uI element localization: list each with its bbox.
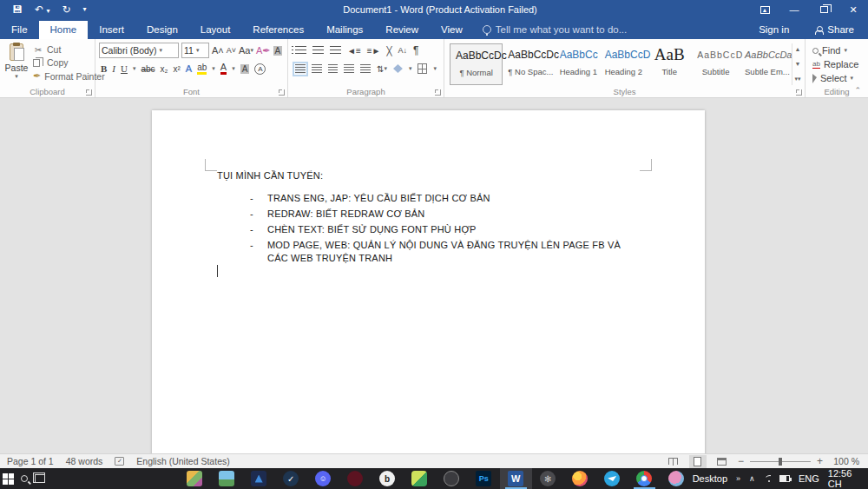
battery-icon[interactable]	[779, 475, 790, 482]
paste-dropdown-icon[interactable]: ▾	[2, 73, 31, 80]
document-page[interactable]: TỤI MÌNH CẦN TUYỂN: -TRANS ENG, JAP: YÊU…	[152, 110, 705, 453]
find-button[interactable]: Find▾	[812, 45, 866, 56]
italic-button[interactable]: I	[112, 63, 115, 74]
zoom-slider[interactable]	[750, 461, 811, 462]
highlight-color-button[interactable]: ab	[197, 63, 207, 75]
borders-dropdown-icon[interactable]: ▾	[433, 65, 437, 72]
start-button[interactable]	[0, 468, 16, 489]
taskbar-chrome[interactable]	[628, 468, 661, 489]
taskbar-blue-media-app[interactable]	[243, 468, 275, 489]
increase-indent-icon[interactable]: ≡►	[367, 46, 381, 56]
share-button[interactable]: Share	[801, 24, 868, 39]
underline-button[interactable]: U	[121, 63, 128, 74]
subscript-button[interactable]: x₂	[161, 64, 168, 74]
font-color-dropdown-icon[interactable]: ▾	[232, 65, 235, 72]
tab-design[interactable]: Design	[135, 21, 189, 39]
tab-review[interactable]: Review	[374, 21, 430, 39]
styles-scroll-up-icon[interactable]: ▲	[792, 46, 803, 52]
close-icon[interactable]: ✕︎	[838, 0, 868, 19]
align-left-icon[interactable]	[295, 64, 306, 74]
tab-file[interactable]: File	[0, 21, 39, 39]
select-button[interactable]: Select▾	[812, 73, 866, 83]
tab-view[interactable]: View	[430, 21, 474, 39]
zoom-in-button[interactable]: +	[817, 455, 823, 467]
taskbar-photoshop[interactable]: Ps	[468, 468, 500, 489]
borders-icon[interactable]	[418, 63, 427, 74]
superscript-button[interactable]: x²	[174, 64, 181, 74]
cut-button[interactable]: ✂︎Cut	[33, 44, 93, 55]
customize-qat-icon[interactable]: ▾	[82, 6, 86, 13]
styles-scroll-down-icon[interactable]: ▼	[792, 61, 803, 67]
document-text[interactable]: TỤI MÌNH CẦN TUYỂN: -TRANS ENG, JAP: YÊU…	[217, 170, 642, 268]
web-layout-button[interactable]	[713, 455, 731, 468]
sort-icon[interactable]: A↓	[398, 46, 408, 55]
taskbar-photos-app[interactable]	[179, 468, 211, 489]
collapse-ribbon-icon[interactable]: ⌃	[854, 86, 861, 95]
underline-dropdown-icon[interactable]: ▾	[133, 65, 136, 72]
ribbon-display-options-icon[interactable]: ▲	[750, 0, 779, 19]
clipboard-dialog-launcher-icon[interactable]	[86, 89, 92, 96]
taskbar-word[interactable]: W	[500, 468, 532, 489]
bullet-list-icon[interactable]	[295, 46, 306, 56]
shading-dropdown-icon[interactable]: ▾	[409, 65, 412, 72]
save-icon[interactable]: 💾︎	[12, 4, 23, 15]
grow-font-button[interactable]: A˄	[212, 45, 224, 56]
font-size-combo[interactable]: 11▾	[181, 43, 209, 58]
sign-in-link[interactable]: Sign in	[746, 24, 801, 39]
word-count[interactable]: 48 words	[66, 456, 103, 466]
taskbar-clock-app[interactable]: b	[372, 468, 404, 489]
shrink-font-button[interactable]: A˅	[227, 46, 236, 55]
style-no-spacing[interactable]: AaBbCcDc ¶ No Spac...	[503, 43, 554, 85]
language-indicator[interactable]: English (United States)	[136, 456, 229, 466]
tray-overflow-icon[interactable]: »	[736, 474, 740, 483]
show-hide-marks-icon[interactable]: ¶	[413, 44, 418, 56]
styles-gallery-expand-icon[interactable]: ▾▾	[792, 76, 803, 83]
tab-insert[interactable]: Insert	[88, 21, 135, 39]
zoom-level[interactable]: 100 %	[830, 456, 859, 466]
taskbar-obs[interactable]	[436, 468, 468, 489]
asian-layout-icon[interactable]: ╳	[386, 46, 391, 56]
bold-button[interactable]: B	[101, 63, 107, 74]
clear-formatting-icon[interactable]: A✒︎	[256, 45, 271, 56]
paste-button[interactable]: Paste ▾	[2, 42, 31, 80]
wifi-icon[interactable]	[764, 475, 772, 483]
document-area[interactable]: TỤI MÌNH CẦN TUYỂN: -TRANS ENG, JAP: YÊU…	[0, 98, 868, 453]
zoom-slider-thumb[interactable]	[779, 458, 782, 466]
taskbar-pictures-app[interactable]	[211, 468, 243, 489]
taskbar-check-app[interactable]: ✓	[275, 468, 307, 489]
line-spacing-icon[interactable]: ⇅▾	[377, 64, 387, 74]
align-right-icon[interactable]	[328, 64, 339, 74]
font-dialog-launcher-icon[interactable]	[279, 89, 285, 96]
styles-dialog-launcher-icon[interactable]	[796, 89, 802, 96]
taskbar-green-map-app[interactable]	[404, 468, 436, 489]
style-heading-1[interactable]: AaBbCc Heading 1	[555, 43, 600, 85]
highlight-dropdown-icon[interactable]: ▾	[212, 65, 215, 72]
style-normal[interactable]: AaBbCcDc ¶ Normal	[450, 43, 503, 85]
tab-home[interactable]: Home	[39, 21, 89, 39]
undo-icon[interactable]: ↶ ▾	[35, 4, 49, 15]
clock[interactable]: 12:56 CH	[828, 468, 858, 489]
page-indicator[interactable]: Page 1 of 1	[7, 456, 54, 466]
style-heading-2[interactable]: AaBbCcD Heading 2	[600, 43, 648, 85]
minimize-icon[interactable]: —	[779, 0, 809, 19]
strikethrough-button[interactable]: abc	[141, 64, 155, 74]
restore-icon[interactable]	[809, 0, 838, 19]
shading-icon[interactable]	[393, 64, 403, 73]
change-case-button[interactable]: Aa▾	[239, 45, 253, 56]
task-view-button[interactable]	[32, 468, 49, 489]
show-hidden-icons[interactable]: ∧	[749, 474, 755, 483]
text-effects-icon[interactable]: A	[186, 63, 192, 74]
character-border-icon[interactable]: A	[273, 46, 283, 56]
styles-gallery-scroll[interactable]: ▲ ▼ ▾▾	[792, 43, 803, 85]
desktop-name[interactable]: Desktop	[693, 473, 727, 484]
zoom-out-button[interactable]: −	[738, 455, 744, 467]
tab-layout[interactable]: Layout	[189, 21, 242, 39]
read-mode-button[interactable]	[665, 455, 682, 468]
enclose-characters-icon[interactable]: A	[254, 63, 266, 75]
multilevel-list-icon[interactable]	[330, 46, 341, 56]
taskbar-telegram[interactable]	[596, 468, 628, 489]
taskbar-discord[interactable]: ☺︎	[307, 468, 339, 489]
taskbar-dark-red-app[interactable]	[339, 468, 372, 489]
font-name-combo[interactable]: Calibri (Body)▾	[99, 43, 179, 58]
tab-mailings[interactable]: Mailings	[315, 21, 374, 39]
